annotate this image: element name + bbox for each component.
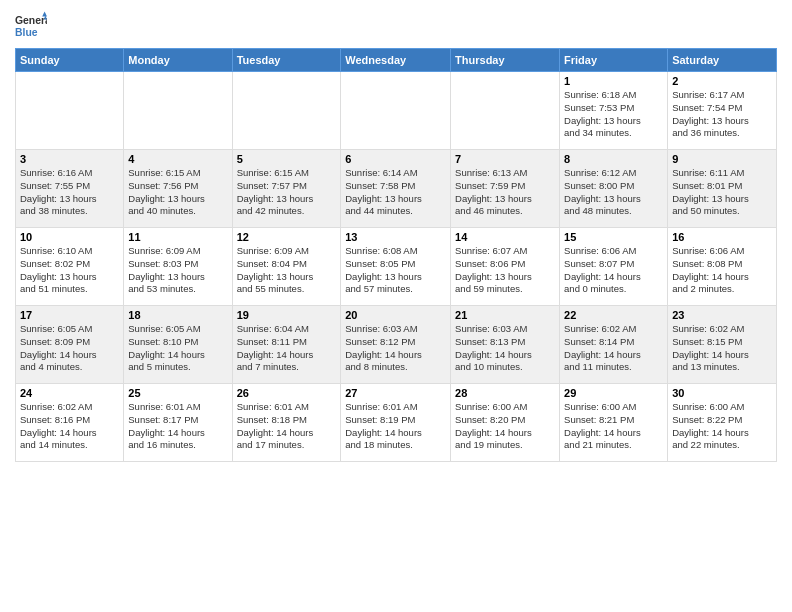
day-info: Sunrise: 6:16 AM Sunset: 7:55 PM Dayligh… xyxy=(20,167,119,218)
day-number: 15 xyxy=(564,231,663,243)
calendar-day-28: 28Sunrise: 6:00 AM Sunset: 8:20 PM Dayli… xyxy=(451,384,560,462)
day-info: Sunrise: 6:12 AM Sunset: 8:00 PM Dayligh… xyxy=(564,167,663,218)
day-info: Sunrise: 6:00 AM Sunset: 8:20 PM Dayligh… xyxy=(455,401,555,452)
calendar-day-1: 1Sunrise: 6:18 AM Sunset: 7:53 PM Daylig… xyxy=(560,72,668,150)
calendar-day-10: 10Sunrise: 6:10 AM Sunset: 8:02 PM Dayli… xyxy=(16,228,124,306)
calendar-day-22: 22Sunrise: 6:02 AM Sunset: 8:14 PM Dayli… xyxy=(560,306,668,384)
day-info: Sunrise: 6:06 AM Sunset: 8:08 PM Dayligh… xyxy=(672,245,772,296)
calendar-day-empty xyxy=(124,72,232,150)
day-number: 6 xyxy=(345,153,446,165)
day-number: 25 xyxy=(128,387,227,399)
day-number: 23 xyxy=(672,309,772,321)
calendar-day-21: 21Sunrise: 6:03 AM Sunset: 8:13 PM Dayli… xyxy=(451,306,560,384)
day-number: 12 xyxy=(237,231,337,243)
day-header-sunday: Sunday xyxy=(16,49,124,72)
header: General Blue xyxy=(15,10,777,42)
day-header-wednesday: Wednesday xyxy=(341,49,451,72)
day-number: 16 xyxy=(672,231,772,243)
day-number: 26 xyxy=(237,387,337,399)
calendar-day-26: 26Sunrise: 6:01 AM Sunset: 8:18 PM Dayli… xyxy=(232,384,341,462)
day-info: Sunrise: 6:01 AM Sunset: 8:18 PM Dayligh… xyxy=(237,401,337,452)
day-number: 29 xyxy=(564,387,663,399)
calendar-day-3: 3Sunrise: 6:16 AM Sunset: 7:55 PM Daylig… xyxy=(16,150,124,228)
day-number: 21 xyxy=(455,309,555,321)
day-number: 9 xyxy=(672,153,772,165)
day-number: 19 xyxy=(237,309,337,321)
day-number: 14 xyxy=(455,231,555,243)
day-info: Sunrise: 6:01 AM Sunset: 8:17 PM Dayligh… xyxy=(128,401,227,452)
day-number: 17 xyxy=(20,309,119,321)
logo: General Blue xyxy=(15,10,51,42)
calendar-day-empty xyxy=(16,72,124,150)
day-number: 13 xyxy=(345,231,446,243)
day-number: 24 xyxy=(20,387,119,399)
calendar-day-12: 12Sunrise: 6:09 AM Sunset: 8:04 PM Dayli… xyxy=(232,228,341,306)
day-info: Sunrise: 6:02 AM Sunset: 8:15 PM Dayligh… xyxy=(672,323,772,374)
svg-text:General: General xyxy=(15,15,47,26)
day-header-tuesday: Tuesday xyxy=(232,49,341,72)
day-info: Sunrise: 6:10 AM Sunset: 8:02 PM Dayligh… xyxy=(20,245,119,296)
day-info: Sunrise: 6:03 AM Sunset: 8:13 PM Dayligh… xyxy=(455,323,555,374)
calendar-day-7: 7Sunrise: 6:13 AM Sunset: 7:59 PM Daylig… xyxy=(451,150,560,228)
day-info: Sunrise: 6:00 AM Sunset: 8:21 PM Dayligh… xyxy=(564,401,663,452)
day-number: 20 xyxy=(345,309,446,321)
day-number: 1 xyxy=(564,75,663,87)
day-info: Sunrise: 6:05 AM Sunset: 8:09 PM Dayligh… xyxy=(20,323,119,374)
day-number: 28 xyxy=(455,387,555,399)
calendar-table: SundayMondayTuesdayWednesdayThursdayFrid… xyxy=(15,48,777,462)
day-info: Sunrise: 6:08 AM Sunset: 8:05 PM Dayligh… xyxy=(345,245,446,296)
day-info: Sunrise: 6:07 AM Sunset: 8:06 PM Dayligh… xyxy=(455,245,555,296)
day-number: 11 xyxy=(128,231,227,243)
calendar-day-11: 11Sunrise: 6:09 AM Sunset: 8:03 PM Dayli… xyxy=(124,228,232,306)
calendar-day-9: 9Sunrise: 6:11 AM Sunset: 8:01 PM Daylig… xyxy=(668,150,777,228)
day-info: Sunrise: 6:02 AM Sunset: 8:14 PM Dayligh… xyxy=(564,323,663,374)
calendar-day-13: 13Sunrise: 6:08 AM Sunset: 8:05 PM Dayli… xyxy=(341,228,451,306)
main-container: General Blue SundayMondayTuesdayWednesda… xyxy=(0,0,792,472)
day-info: Sunrise: 6:11 AM Sunset: 8:01 PM Dayligh… xyxy=(672,167,772,218)
svg-text:Blue: Blue xyxy=(15,27,38,38)
day-header-friday: Friday xyxy=(560,49,668,72)
calendar-day-19: 19Sunrise: 6:04 AM Sunset: 8:11 PM Dayli… xyxy=(232,306,341,384)
calendar-week-row: 3Sunrise: 6:16 AM Sunset: 7:55 PM Daylig… xyxy=(16,150,777,228)
calendar-day-20: 20Sunrise: 6:03 AM Sunset: 8:12 PM Dayli… xyxy=(341,306,451,384)
svg-marker-2 xyxy=(42,12,47,17)
calendar-week-row: 17Sunrise: 6:05 AM Sunset: 8:09 PM Dayli… xyxy=(16,306,777,384)
day-number: 7 xyxy=(455,153,555,165)
calendar-week-row: 24Sunrise: 6:02 AM Sunset: 8:16 PM Dayli… xyxy=(16,384,777,462)
day-info: Sunrise: 6:01 AM Sunset: 8:19 PM Dayligh… xyxy=(345,401,446,452)
day-header-monday: Monday xyxy=(124,49,232,72)
logo-icon: General Blue xyxy=(15,10,47,42)
day-info: Sunrise: 6:00 AM Sunset: 8:22 PM Dayligh… xyxy=(672,401,772,452)
day-number: 27 xyxy=(345,387,446,399)
day-info: Sunrise: 6:17 AM Sunset: 7:54 PM Dayligh… xyxy=(672,89,772,140)
day-number: 18 xyxy=(128,309,227,321)
calendar-day-30: 30Sunrise: 6:00 AM Sunset: 8:22 PM Dayli… xyxy=(668,384,777,462)
day-info: Sunrise: 6:15 AM Sunset: 7:57 PM Dayligh… xyxy=(237,167,337,218)
calendar-day-27: 27Sunrise: 6:01 AM Sunset: 8:19 PM Dayli… xyxy=(341,384,451,462)
calendar-day-empty xyxy=(451,72,560,150)
day-info: Sunrise: 6:14 AM Sunset: 7:58 PM Dayligh… xyxy=(345,167,446,218)
day-header-saturday: Saturday xyxy=(668,49,777,72)
calendar-day-25: 25Sunrise: 6:01 AM Sunset: 8:17 PM Dayli… xyxy=(124,384,232,462)
calendar-day-15: 15Sunrise: 6:06 AM Sunset: 8:07 PM Dayli… xyxy=(560,228,668,306)
day-number: 2 xyxy=(672,75,772,87)
day-number: 22 xyxy=(564,309,663,321)
day-info: Sunrise: 6:06 AM Sunset: 8:07 PM Dayligh… xyxy=(564,245,663,296)
day-number: 3 xyxy=(20,153,119,165)
day-info: Sunrise: 6:02 AM Sunset: 8:16 PM Dayligh… xyxy=(20,401,119,452)
day-number: 4 xyxy=(128,153,227,165)
day-number: 8 xyxy=(564,153,663,165)
calendar-day-29: 29Sunrise: 6:00 AM Sunset: 8:21 PM Dayli… xyxy=(560,384,668,462)
calendar-day-empty xyxy=(341,72,451,150)
day-info: Sunrise: 6:03 AM Sunset: 8:12 PM Dayligh… xyxy=(345,323,446,374)
day-number: 30 xyxy=(672,387,772,399)
calendar-header-row: SundayMondayTuesdayWednesdayThursdayFrid… xyxy=(16,49,777,72)
calendar-day-17: 17Sunrise: 6:05 AM Sunset: 8:09 PM Dayli… xyxy=(16,306,124,384)
calendar-week-row: 1Sunrise: 6:18 AM Sunset: 7:53 PM Daylig… xyxy=(16,72,777,150)
day-header-thursday: Thursday xyxy=(451,49,560,72)
day-number: 5 xyxy=(237,153,337,165)
calendar-day-8: 8Sunrise: 6:12 AM Sunset: 8:00 PM Daylig… xyxy=(560,150,668,228)
calendar-day-6: 6Sunrise: 6:14 AM Sunset: 7:58 PM Daylig… xyxy=(341,150,451,228)
day-info: Sunrise: 6:09 AM Sunset: 8:03 PM Dayligh… xyxy=(128,245,227,296)
day-info: Sunrise: 6:13 AM Sunset: 7:59 PM Dayligh… xyxy=(455,167,555,218)
